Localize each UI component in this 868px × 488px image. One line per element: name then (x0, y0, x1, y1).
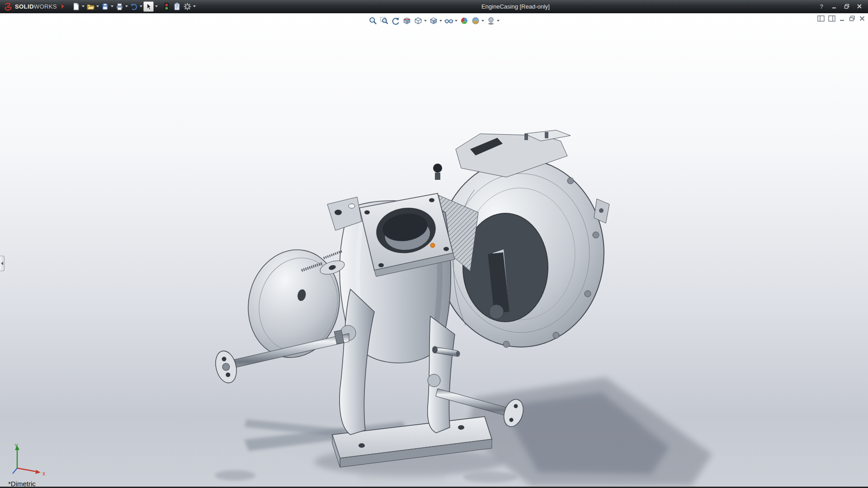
minimize-icon (831, 4, 837, 9)
view-settings-dropdown[interactable] (497, 20, 500, 22)
heads-up-view-toolbar (364, 15, 504, 27)
apply-scene-icon (471, 16, 480, 25)
open-folder-icon (86, 2, 95, 11)
zoom-to-area-button[interactable] (379, 16, 389, 26)
section-view-button[interactable] (402, 16, 412, 26)
doc-restore-icon (849, 15, 855, 22)
titlebar: SOLIDWORKS (0, 0, 868, 13)
undo-dropdown[interactable] (140, 5, 142, 7)
hide-show-glasses-icon (444, 16, 453, 25)
doc-close-icon (859, 15, 865, 22)
triad-y-label: Y (14, 443, 18, 449)
view-settings-button[interactable] (486, 16, 500, 26)
apply-scene-dropdown[interactable] (481, 20, 484, 22)
doc-restore-button[interactable] (849, 15, 855, 22)
tile-panes-right-icon (828, 15, 835, 22)
engine-casing-model[interactable] (0, 14, 868, 488)
graphics-area[interactable]: Y x *Dimetric (0, 14, 868, 488)
rebuild-button[interactable] (161, 1, 172, 12)
hide-show-items-button[interactable] (444, 16, 458, 26)
zoom-to-fit-button[interactable] (368, 16, 378, 26)
zoom-to-fit-icon (368, 16, 377, 25)
document-title: EngineCasing [Read-only] (481, 0, 550, 13)
hide-show-items-dropdown[interactable] (455, 20, 458, 22)
document-window-controls (817, 15, 865, 22)
save-dropdown[interactable] (111, 5, 113, 7)
window-controls: ? (816, 2, 868, 11)
main-toolbar (71, 1, 197, 12)
close-icon (857, 4, 862, 9)
view-settings-icon (486, 16, 495, 25)
solidworks-logo-icon (4, 2, 13, 11)
undo-icon (130, 2, 138, 11)
file-properties-button[interactable] (172, 1, 182, 12)
triad-x-label: x (42, 470, 45, 477)
rebuild-stoplight-icon (162, 2, 171, 11)
doc-minimize-icon (839, 15, 845, 22)
doc-minimize-button[interactable] (839, 15, 845, 22)
view-orientation-icon (414, 16, 423, 25)
selection-point-marker[interactable] (430, 243, 435, 248)
previous-view-button[interactable] (391, 16, 401, 26)
save-icon (101, 2, 109, 11)
file-properties-icon (173, 2, 181, 11)
select-tool-dropdown[interactable] (155, 5, 158, 7)
open-dropdown[interactable] (96, 5, 99, 7)
close-button[interactable] (854, 2, 864, 11)
brand-text: SOLIDWORKS (15, 3, 57, 10)
app-logo: SOLIDWORKS (0, 0, 61, 13)
display-style-icon (429, 16, 438, 25)
previous-view-icon (391, 16, 400, 25)
minimize-button[interactable] (829, 2, 839, 11)
display-style-button[interactable] (429, 16, 443, 26)
new-document-dropdown[interactable] (82, 5, 85, 7)
display-style-dropdown[interactable] (439, 20, 442, 22)
edit-appearance-icon (460, 16, 469, 25)
print-dropdown[interactable] (125, 5, 128, 7)
print-icon (115, 2, 124, 11)
help-button[interactable]: ? (816, 2, 826, 11)
options-gear-icon (183, 2, 192, 11)
open-button[interactable] (85, 1, 100, 12)
apply-scene-button[interactable] (471, 16, 485, 26)
reference-triad: Y x (9, 442, 50, 478)
featuremanager-collapse-tab[interactable] (0, 256, 5, 271)
new-document-button[interactable] (71, 1, 85, 12)
select-tool-button[interactable] (143, 1, 154, 12)
options-button[interactable] (182, 1, 197, 12)
section-view-icon (402, 16, 411, 25)
tile-panes-right-button[interactable] (828, 15, 835, 22)
save-button[interactable] (100, 1, 114, 12)
undo-button[interactable] (129, 1, 143, 12)
tile-panes-left-button[interactable] (817, 15, 825, 22)
restore-icon (844, 4, 849, 9)
new-document-icon (72, 2, 80, 11)
select-cursor-icon (145, 3, 152, 10)
view-orientation-dropdown[interactable] (424, 20, 427, 22)
edit-appearance-button[interactable] (459, 16, 469, 26)
print-button[interactable] (114, 1, 129, 12)
menu-flyout-arrow-icon[interactable] (61, 4, 64, 9)
view-orientation-button[interactable] (413, 16, 427, 26)
collapse-arrow-icon (1, 262, 3, 265)
restore-button[interactable] (842, 2, 852, 11)
doc-close-button[interactable] (859, 15, 865, 22)
options-dropdown[interactable] (193, 5, 196, 7)
zoom-to-area-icon (380, 16, 389, 25)
tile-panes-left-icon (817, 15, 825, 22)
